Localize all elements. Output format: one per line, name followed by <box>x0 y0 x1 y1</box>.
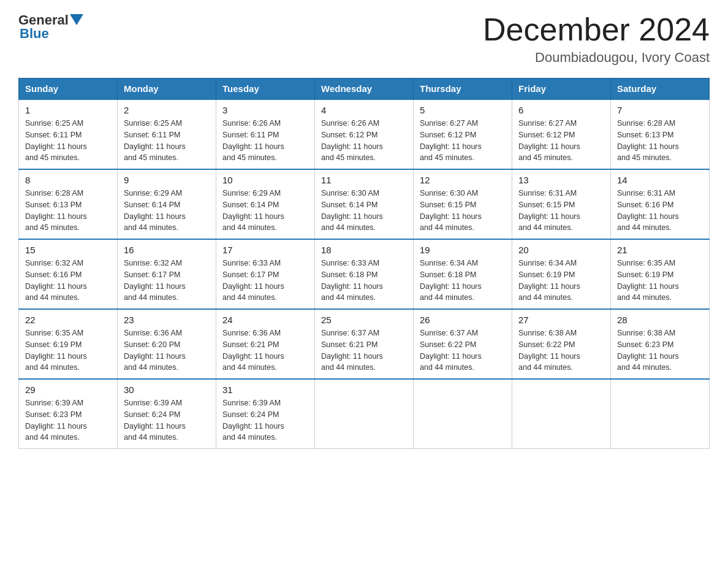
calendar-header-sunday: Sunday <box>19 79 118 100</box>
calendar-cell: 15 Sunrise: 6:32 AM Sunset: 6:16 PM Dayl… <box>19 239 118 309</box>
calendar-week-row: 15 Sunrise: 6:32 AM Sunset: 6:16 PM Dayl… <box>19 239 710 309</box>
day-info: Sunrise: 6:37 AM Sunset: 6:22 PM Dayligh… <box>420 327 506 373</box>
day-number: 25 <box>321 315 407 325</box>
calendar-cell: 10 Sunrise: 6:29 AM Sunset: 6:14 PM Dayl… <box>216 169 315 239</box>
day-info: Sunrise: 6:37 AM Sunset: 6:21 PM Dayligh… <box>321 327 407 373</box>
day-info: Sunrise: 6:39 AM Sunset: 6:24 PM Dayligh… <box>222 397 308 443</box>
calendar-cell: 31 Sunrise: 6:39 AM Sunset: 6:24 PM Dayl… <box>216 379 315 449</box>
calendar-cell: 16 Sunrise: 6:32 AM Sunset: 6:17 PM Dayl… <box>118 239 216 309</box>
svg-marker-0 <box>70 14 83 25</box>
calendar-cell: 18 Sunrise: 6:33 AM Sunset: 6:18 PM Dayl… <box>315 239 414 309</box>
day-info: Sunrise: 6:36 AM Sunset: 6:21 PM Dayligh… <box>222 327 308 373</box>
calendar-week-row: 29 Sunrise: 6:39 AM Sunset: 6:23 PM Dayl… <box>19 379 710 449</box>
day-info: Sunrise: 6:34 AM Sunset: 6:19 PM Dayligh… <box>518 258 604 304</box>
calendar-cell: 24 Sunrise: 6:36 AM Sunset: 6:21 PM Dayl… <box>216 309 315 379</box>
calendar-cell: 21 Sunrise: 6:35 AM Sunset: 6:19 PM Dayl… <box>611 239 710 309</box>
day-number: 5 <box>420 105 506 115</box>
calendar-cell: 23 Sunrise: 6:36 AM Sunset: 6:20 PM Dayl… <box>118 309 216 379</box>
day-info: Sunrise: 6:29 AM Sunset: 6:14 PM Dayligh… <box>124 188 210 234</box>
calendar-cell: 19 Sunrise: 6:34 AM Sunset: 6:18 PM Dayl… <box>414 239 512 309</box>
calendar-cell: 11 Sunrise: 6:30 AM Sunset: 6:14 PM Dayl… <box>315 169 414 239</box>
day-number: 31 <box>222 385 308 395</box>
calendar-cell: 17 Sunrise: 6:33 AM Sunset: 6:17 PM Dayl… <box>216 239 315 309</box>
day-info: Sunrise: 6:38 AM Sunset: 6:23 PM Dayligh… <box>617 327 703 373</box>
day-number: 16 <box>124 245 210 255</box>
day-info: Sunrise: 6:30 AM Sunset: 6:14 PM Dayligh… <box>321 188 407 234</box>
day-number: 15 <box>25 245 111 255</box>
day-number: 27 <box>518 315 604 325</box>
calendar-cell: 8 Sunrise: 6:28 AM Sunset: 6:13 PM Dayli… <box>19 169 118 239</box>
calendar-cell: 22 Sunrise: 6:35 AM Sunset: 6:19 PM Dayl… <box>19 309 118 379</box>
calendar-header-friday: Friday <box>512 79 611 100</box>
logo: General Blue <box>18 12 83 42</box>
day-info: Sunrise: 6:28 AM Sunset: 6:13 PM Dayligh… <box>25 188 111 234</box>
calendar-header-thursday: Thursday <box>414 79 512 100</box>
day-info: Sunrise: 6:25 AM Sunset: 6:11 PM Dayligh… <box>25 118 111 164</box>
calendar-cell: 4 Sunrise: 6:26 AM Sunset: 6:12 PM Dayli… <box>315 99 414 169</box>
day-info: Sunrise: 6:35 AM Sunset: 6:19 PM Dayligh… <box>617 258 703 304</box>
day-number: 21 <box>617 245 703 255</box>
day-number: 30 <box>124 385 210 395</box>
day-info: Sunrise: 6:30 AM Sunset: 6:15 PM Dayligh… <box>420 188 506 234</box>
day-number: 8 <box>25 175 111 185</box>
calendar-cell: 5 Sunrise: 6:27 AM Sunset: 6:12 PM Dayli… <box>414 99 512 169</box>
day-info: Sunrise: 6:27 AM Sunset: 6:12 PM Dayligh… <box>518 118 604 164</box>
day-number: 24 <box>222 315 308 325</box>
calendar-cell: 14 Sunrise: 6:31 AM Sunset: 6:16 PM Dayl… <box>611 169 710 239</box>
month-title: December 2024 <box>483 12 710 47</box>
calendar-cell <box>315 379 414 449</box>
calendar-header-wednesday: Wednesday <box>315 79 414 100</box>
day-number: 2 <box>124 105 210 115</box>
day-number: 28 <box>617 315 703 325</box>
day-info: Sunrise: 6:33 AM Sunset: 6:17 PM Dayligh… <box>222 258 308 304</box>
title-block: December 2024 Doumbiadougou, Ivory Coast <box>483 12 710 66</box>
day-number: 7 <box>617 105 703 115</box>
day-info: Sunrise: 6:38 AM Sunset: 6:22 PM Dayligh… <box>518 327 604 373</box>
calendar-header-monday: Monday <box>118 79 216 100</box>
calendar-cell: 6 Sunrise: 6:27 AM Sunset: 6:12 PM Dayli… <box>512 99 611 169</box>
day-number: 4 <box>321 105 407 115</box>
day-info: Sunrise: 6:28 AM Sunset: 6:13 PM Dayligh… <box>617 118 703 164</box>
day-number: 11 <box>321 175 407 185</box>
calendar-week-row: 1 Sunrise: 6:25 AM Sunset: 6:11 PM Dayli… <box>19 99 710 169</box>
day-info: Sunrise: 6:27 AM Sunset: 6:12 PM Dayligh… <box>420 118 506 164</box>
day-info: Sunrise: 6:32 AM Sunset: 6:16 PM Dayligh… <box>25 258 111 304</box>
calendar-cell: 12 Sunrise: 6:30 AM Sunset: 6:15 PM Dayl… <box>414 169 512 239</box>
day-number: 23 <box>124 315 210 325</box>
calendar-header-row: SundayMondayTuesdayWednesdayThursdayFrid… <box>19 79 710 100</box>
calendar-week-row: 22 Sunrise: 6:35 AM Sunset: 6:19 PM Dayl… <box>19 309 710 379</box>
day-number: 18 <box>321 245 407 255</box>
calendar-cell <box>611 379 710 449</box>
day-info: Sunrise: 6:34 AM Sunset: 6:18 PM Dayligh… <box>420 258 506 304</box>
calendar-table: SundayMondayTuesdayWednesdayThursdayFrid… <box>18 78 710 449</box>
calendar-cell: 30 Sunrise: 6:39 AM Sunset: 6:24 PM Dayl… <box>118 379 216 449</box>
day-info: Sunrise: 6:32 AM Sunset: 6:17 PM Dayligh… <box>124 258 210 304</box>
day-number: 9 <box>124 175 210 185</box>
day-number: 13 <box>518 175 604 185</box>
calendar-cell: 29 Sunrise: 6:39 AM Sunset: 6:23 PM Dayl… <box>19 379 118 449</box>
day-info: Sunrise: 6:25 AM Sunset: 6:11 PM Dayligh… <box>124 118 210 164</box>
calendar-cell: 25 Sunrise: 6:37 AM Sunset: 6:21 PM Dayl… <box>315 309 414 379</box>
day-number: 17 <box>222 245 308 255</box>
calendar-header-tuesday: Tuesday <box>216 79 315 100</box>
calendar-header-saturday: Saturday <box>611 79 710 100</box>
calendar-cell: 3 Sunrise: 6:26 AM Sunset: 6:11 PM Dayli… <box>216 99 315 169</box>
day-info: Sunrise: 6:29 AM Sunset: 6:14 PM Dayligh… <box>222 188 308 234</box>
day-number: 29 <box>25 385 111 395</box>
day-number: 22 <box>25 315 111 325</box>
day-info: Sunrise: 6:35 AM Sunset: 6:19 PM Dayligh… <box>25 327 111 373</box>
logo-triangle-icon <box>70 14 83 28</box>
logo-blue-text: Blue <box>20 26 49 42</box>
page-header: General Blue December 2024 Doumbiadougou… <box>18 12 710 66</box>
calendar-cell: 13 Sunrise: 6:31 AM Sunset: 6:15 PM Dayl… <box>512 169 611 239</box>
calendar-cell: 9 Sunrise: 6:29 AM Sunset: 6:14 PM Dayli… <box>118 169 216 239</box>
day-number: 3 <box>222 105 308 115</box>
calendar-cell <box>414 379 512 449</box>
calendar-cell: 1 Sunrise: 6:25 AM Sunset: 6:11 PM Dayli… <box>19 99 118 169</box>
day-number: 10 <box>222 175 308 185</box>
calendar-week-row: 8 Sunrise: 6:28 AM Sunset: 6:13 PM Dayli… <box>19 169 710 239</box>
day-number: 19 <box>420 245 506 255</box>
day-number: 6 <box>518 105 604 115</box>
calendar-cell: 27 Sunrise: 6:38 AM Sunset: 6:22 PM Dayl… <box>512 309 611 379</box>
calendar-cell: 7 Sunrise: 6:28 AM Sunset: 6:13 PM Dayli… <box>611 99 710 169</box>
